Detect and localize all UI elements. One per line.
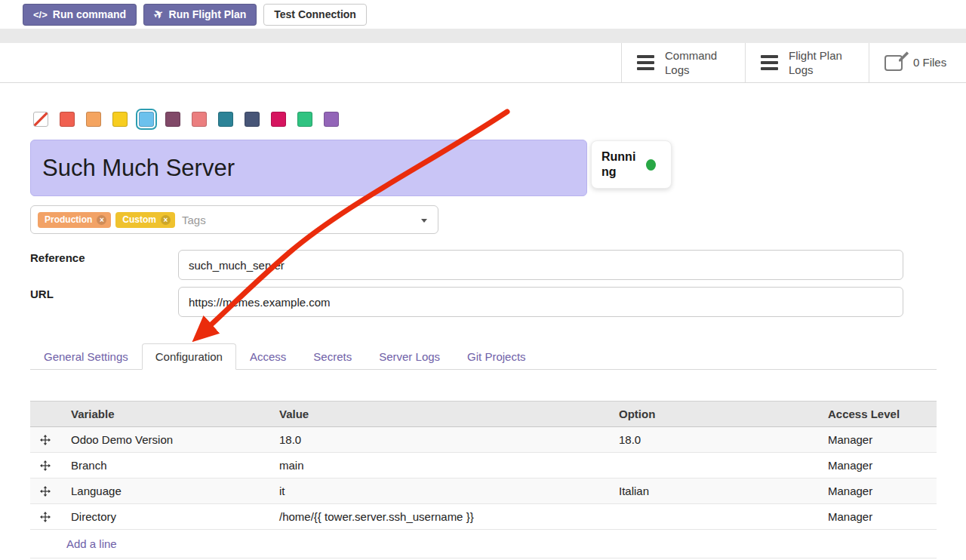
cell-variable[interactable]: Odoo Demo Version xyxy=(60,427,269,452)
files-word: Files xyxy=(923,56,947,69)
move-icon xyxy=(40,512,51,522)
color-swatch[interactable] xyxy=(297,112,312,127)
cell-variable[interactable]: Language xyxy=(60,478,269,503)
drag-handle[interactable] xyxy=(30,453,60,478)
files-button[interactable]: 0 Files xyxy=(869,43,966,82)
color-swatch[interactable] xyxy=(86,112,101,127)
header-handle-col xyxy=(30,402,60,426)
tab-configuration[interactable]: Configuration xyxy=(142,343,236,370)
cell-access[interactable]: Manager xyxy=(817,427,937,452)
color-swatch[interactable] xyxy=(271,112,286,127)
cell-value[interactable]: /home/{{ tower.server.ssh_username }} xyxy=(269,504,608,529)
cell-access[interactable]: Manager xyxy=(817,453,937,478)
tab-secrets[interactable]: Secrets xyxy=(300,343,365,370)
tags-input[interactable]: Production×Custom× Tags xyxy=(30,205,438,234)
server-form-screen: </> Run command ✈ Run Flight Plan Test C… xyxy=(0,0,966,560)
move-icon xyxy=(40,486,51,497)
table-header-row: Variable Value Option Access Level xyxy=(30,401,937,427)
status-label: Running xyxy=(601,149,639,180)
tab-access[interactable]: Access xyxy=(236,343,300,370)
header-value: Value xyxy=(269,402,608,426)
test-connection-button[interactable]: Test Connection xyxy=(263,4,367,26)
color-swatch[interactable] xyxy=(218,112,233,127)
table-row: Odoo Demo Version 18.0 18.0 Manager xyxy=(30,427,937,453)
tag-remove-icon[interactable]: × xyxy=(161,215,171,225)
drag-handle[interactable] xyxy=(30,427,60,452)
color-swatch[interactable] xyxy=(165,112,180,127)
move-icon xyxy=(40,460,51,471)
config-table: Variable Value Option Access Level Odoo … xyxy=(30,401,937,558)
files-label: 0 Files xyxy=(913,55,951,70)
cell-option[interactable] xyxy=(608,504,817,529)
cell-option[interactable]: 18.0 xyxy=(608,427,817,452)
reference-label: Reference xyxy=(30,251,85,264)
top-toolbar: </> Run command ✈ Run Flight Plan Test C… xyxy=(0,0,966,29)
tab-git-projects[interactable]: Git Projects xyxy=(454,343,540,370)
table-row: Directory /home/{{ tower.server.ssh_user… xyxy=(30,504,937,530)
run-command-button[interactable]: </> Run command xyxy=(23,4,137,26)
tag-production: Production× xyxy=(38,212,111,228)
add-line-link[interactable]: Add a line xyxy=(30,530,937,558)
color-swatch[interactable] xyxy=(245,112,260,127)
color-swatch[interactable] xyxy=(139,112,154,127)
list-icon xyxy=(637,55,654,70)
tab-bar: General SettingsConfigurationAccessSecre… xyxy=(30,343,937,370)
header-access-level: Access Level xyxy=(817,402,937,426)
table-row: Language it Italian Manager xyxy=(30,478,937,504)
color-swatch[interactable] xyxy=(112,112,128,127)
files-count: 0 xyxy=(913,56,919,69)
tags-placeholder: Tags xyxy=(182,214,206,226)
paper-plane-icon: ✈ xyxy=(152,6,167,23)
cell-option[interactable]: Italian xyxy=(608,478,817,503)
cell-value[interactable]: 18.0 xyxy=(269,427,608,452)
run-flight-plan-button[interactable]: ✈ Run Flight Plan xyxy=(143,4,257,26)
tab-server-logs[interactable]: Server Logs xyxy=(365,343,454,370)
cell-value[interactable]: main xyxy=(269,453,608,478)
color-swatch[interactable] xyxy=(192,112,207,127)
config-table-body: Odoo Demo Version 18.0 18.0 Manager Bran… xyxy=(30,427,937,530)
cell-access[interactable]: Manager xyxy=(817,504,937,529)
reference-input[interactable]: such_much_server xyxy=(178,250,903,280)
tag-label: Production xyxy=(45,214,92,225)
table-row: Branch main Manager xyxy=(30,453,937,478)
command-logs-button[interactable]: Command Logs xyxy=(621,43,745,82)
color-swatch[interactable] xyxy=(324,112,339,127)
status-dot xyxy=(646,159,656,171)
header-option: Option xyxy=(608,402,817,426)
tab-general-settings[interactable]: General Settings xyxy=(30,343,142,370)
cell-value[interactable]: it xyxy=(269,478,608,503)
color-swatch[interactable] xyxy=(60,112,75,127)
url-input[interactable]: https://memes.example.com xyxy=(178,287,903,317)
header-variable: Variable xyxy=(60,402,269,426)
dropdown-caret-icon[interactable] xyxy=(421,219,427,223)
cell-variable[interactable]: Directory xyxy=(60,504,269,529)
color-palette xyxy=(33,112,339,127)
cell-access[interactable]: Manager xyxy=(817,478,937,503)
cell-variable[interactable]: Branch xyxy=(60,453,269,478)
drag-handle[interactable] xyxy=(30,504,60,529)
code-icon: </> xyxy=(33,9,48,20)
form-header-bar: Command Logs Flight Plan Logs 0 Files xyxy=(0,43,966,83)
tag-label: Custom xyxy=(122,214,156,225)
tag-list: Production×Custom× xyxy=(38,212,175,228)
no-color-swatch[interactable] xyxy=(33,112,48,127)
command-logs-label: Command Logs xyxy=(665,48,730,78)
drag-handle[interactable] xyxy=(30,478,60,503)
status-card[interactable]: Running xyxy=(591,140,672,189)
server-name-input[interactable]: Such Much Server xyxy=(30,140,587,196)
cell-option[interactable] xyxy=(608,453,817,478)
list-icon xyxy=(761,55,778,70)
stat-button-group: Command Logs Flight Plan Logs 0 Files xyxy=(621,43,966,82)
move-icon xyxy=(40,435,51,445)
run-command-label: Run command xyxy=(53,8,126,20)
flight-plan-logs-button[interactable]: Flight Plan Logs xyxy=(745,43,869,82)
separator-strip xyxy=(0,29,966,43)
url-label: URL xyxy=(30,288,54,300)
test-connection-label: Test Connection xyxy=(274,8,356,20)
tag-custom: Custom× xyxy=(115,212,175,228)
edit-file-icon xyxy=(884,55,903,71)
run-flight-plan-label: Run Flight Plan xyxy=(169,8,247,20)
flight-plan-logs-label: Flight Plan Logs xyxy=(789,48,854,78)
tag-remove-icon[interactable]: × xyxy=(97,215,106,225)
